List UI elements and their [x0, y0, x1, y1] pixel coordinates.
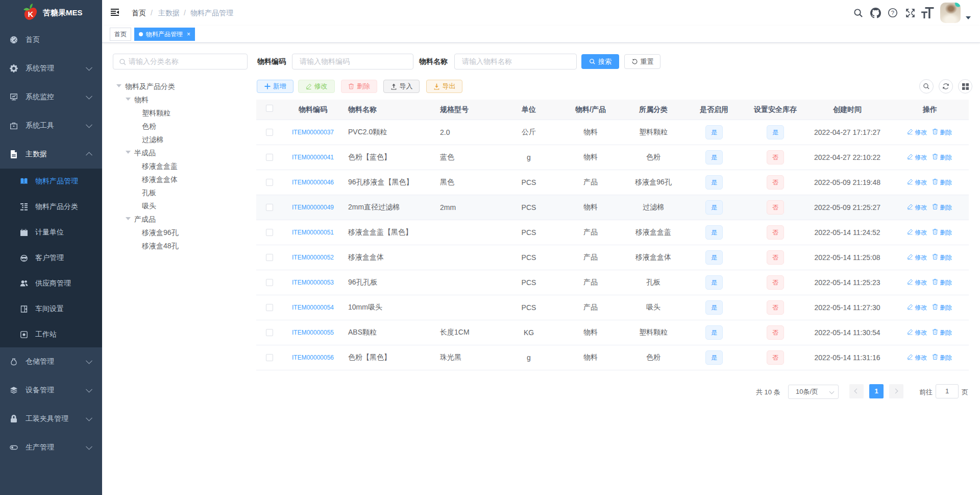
svg-text:?: ? — [891, 10, 894, 16]
svg-text:K: K — [28, 10, 34, 18]
